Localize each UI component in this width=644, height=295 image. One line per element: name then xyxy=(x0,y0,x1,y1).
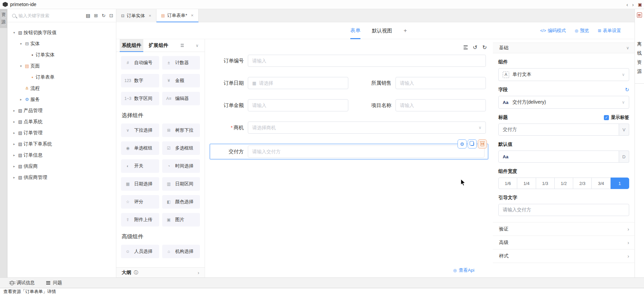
component-type-select[interactable]: A 单行文本 ∨ xyxy=(498,68,629,81)
component-tree-dropdown[interactable]: ⊞树形下拉 xyxy=(162,124,200,137)
opportunity-select[interactable]: ∨ xyxy=(248,122,486,134)
tab-form-view[interactable]: 表单 xyxy=(350,22,360,39)
component-amount[interactable]: ¥金额 xyxy=(162,74,200,87)
new-folder-icon[interactable]: ⊞ xyxy=(94,13,98,18)
component-auto-number[interactable]: #自动编号 xyxy=(121,56,159,70)
order-number-input[interactable] xyxy=(252,58,481,63)
field-settings-button[interactable]: ⚙ xyxy=(458,139,467,149)
expand-arrow-icon[interactable]: ▸ xyxy=(11,176,17,179)
tab-extension-components[interactable]: 扩展组件 xyxy=(147,39,170,52)
order-date-picker[interactable]: ▦ xyxy=(248,77,348,89)
tree-item-supplier-mgmt[interactable]: ▸▧供应商管理 xyxy=(7,172,116,183)
tree-item-module[interactable]: ▾▧按钮切换字段值 xyxy=(7,27,116,38)
expand-arrow-icon[interactable]: ▸ xyxy=(11,164,17,168)
component-counter[interactable]: ±计数器 xyxy=(162,56,200,70)
view-api-link[interactable]: ◎ 查看Api xyxy=(453,267,474,273)
component-date-picker[interactable]: ▦日期选择 xyxy=(121,177,159,191)
component-attachment-upload[interactable]: ⇧附件上传 xyxy=(121,213,159,226)
tab-system-components[interactable]: 系统组件 xyxy=(120,39,143,52)
import-template-icon[interactable]: ▤ xyxy=(86,13,90,18)
tab-default-view[interactable]: 默认视图 xyxy=(372,28,392,34)
sales-owner-input[interactable] xyxy=(400,80,481,86)
width-option-2-3[interactable]: 2/3 xyxy=(573,178,592,189)
width-option-1-4[interactable]: 1/4 xyxy=(517,178,536,189)
debug-info-button[interactable]: 调试信息 xyxy=(10,280,35,286)
expand-arrow-icon[interactable]: ▸ xyxy=(11,153,17,157)
duplicate-field-button[interactable] xyxy=(468,139,477,149)
collapse-panel-icon[interactable]: ⊡ xyxy=(109,13,113,18)
tree-item-order-entity[interactable]: ●订单实体 xyxy=(7,49,116,60)
field-delivery-selected[interactable]: 交付方 ⚙ xyxy=(210,144,488,159)
refresh-icon[interactable]: ↻ xyxy=(625,87,629,93)
field-binding-select[interactable]: Aa 交付方(delivery) ∨ xyxy=(498,96,629,109)
component-radio-group[interactable]: ◉单选框组 xyxy=(121,141,159,155)
tree-item-page-folder[interactable]: ▾▤页面 xyxy=(7,60,116,72)
delivery-input[interactable] xyxy=(252,149,480,154)
dynamic-suffix-button[interactable]: D xyxy=(619,151,629,163)
refresh-icon[interactable]: ↻ xyxy=(102,13,106,18)
tree-item-order-placing-system[interactable]: ▸▧订单下单系统 xyxy=(7,138,116,150)
default-value-input[interactable] xyxy=(513,154,615,159)
component-number-range[interactable]: 1~3数字区间 xyxy=(121,92,159,105)
width-option-1-2[interactable]: 1/2 xyxy=(555,178,573,189)
component-checkbox-group[interactable]: ☑多选框组 xyxy=(162,141,200,155)
undo-icon[interactable]: ↺ xyxy=(473,44,477,51)
show-label-checkbox[interactable]: ✓ xyxy=(604,115,609,120)
tree-item-product-mgmt[interactable]: ▸▧产品管理 xyxy=(7,105,116,116)
width-option-3-4[interactable]: 3/4 xyxy=(592,178,610,189)
form-settings-button[interactable]: ⊞表单设置 xyxy=(598,28,621,34)
expand-arrow-icon[interactable]: ▸ xyxy=(11,109,17,112)
code-mode-button[interactable]: </>编码模式 xyxy=(540,28,566,34)
width-option-1-6[interactable]: 1/6 xyxy=(498,178,517,189)
component-number[interactable]: 123数字 xyxy=(121,74,159,87)
width-option-full[interactable]: 1 xyxy=(611,178,629,189)
save-icon[interactable]: ▣ xyxy=(638,2,642,7)
tree-item-ordering-system[interactable]: ▸▧点单系统 xyxy=(7,116,116,127)
add-view-button[interactable]: + xyxy=(404,27,407,34)
tree-item-entity-folder[interactable]: ▾⊟实体 xyxy=(7,38,116,49)
tree-item-order-info[interactable]: ▸▧订单信息 xyxy=(7,150,116,161)
field-order-number[interactable]: 订单编号 xyxy=(205,55,493,67)
expand-arrow-icon[interactable]: ▾ xyxy=(18,42,24,46)
tree-item-service[interactable]: ▸⚙服务 xyxy=(7,94,116,105)
outline-icon[interactable] xyxy=(464,46,468,49)
component-org-picker[interactable]: ⌂机构选择 xyxy=(162,245,200,258)
close-icon[interactable]: × xyxy=(149,13,151,18)
nav-forward-icon[interactable]: › xyxy=(632,2,634,7)
nav-back-icon[interactable]: ‹ xyxy=(626,2,628,7)
resources-rail-tab[interactable]: 资 源 xyxy=(0,9,7,28)
redo-icon[interactable]: ↻ xyxy=(482,44,487,51)
component-rating[interactable]: ☆评分 xyxy=(121,195,159,209)
close-icon[interactable]: × xyxy=(191,13,194,18)
tree-item-order-mgmt[interactable]: ▸▧订单管理 xyxy=(7,127,116,138)
menu-icon[interactable] xyxy=(181,44,184,47)
section-style[interactable]: 样式› xyxy=(493,249,635,263)
expand-arrow-icon[interactable]: ▾ xyxy=(11,31,17,34)
component-color-picker[interactable]: ◧颜色选择 xyxy=(162,195,200,209)
order-amount-input[interactable] xyxy=(252,103,344,108)
component-switch[interactable]: ◐开关 xyxy=(121,159,159,173)
variable-suffix-button[interactable]: V xyxy=(619,124,629,136)
expand-arrow-icon[interactable]: ▾ xyxy=(18,64,24,68)
chevron-down-icon[interactable]: ∨ xyxy=(196,43,199,48)
tab-order-entity[interactable]: ⊟ 订单实体 × xyxy=(116,9,156,22)
expand-arrow-icon[interactable]: ▸ xyxy=(11,131,17,135)
component-person-picker[interactable]: ☺人员选择 xyxy=(121,245,159,258)
section-validation[interactable]: 验证› xyxy=(493,222,635,236)
problems-button[interactable]: 问题 xyxy=(46,280,62,286)
offline-resources-icon[interactable] xyxy=(637,12,642,18)
width-option-1-3[interactable]: 1/3 xyxy=(536,178,555,189)
component-dropdown[interactable]: ∨下拉选择 xyxy=(121,124,159,137)
expand-arrow-icon[interactable]: ▸ xyxy=(18,98,24,101)
component-editor[interactable]: A≡编辑器 xyxy=(162,92,200,105)
section-advanced[interactable]: 高级› xyxy=(493,236,635,249)
delete-field-button[interactable] xyxy=(478,139,487,149)
field-opportunity[interactable]: *商机 ∨ xyxy=(205,122,493,134)
component-image[interactable]: ▣图片 xyxy=(162,213,200,226)
tree-item-supplier[interactable]: ▸▧供应商 xyxy=(7,161,116,172)
outline-footer[interactable]: 大纲 ⓘ › xyxy=(116,267,205,277)
component-time-picker[interactable]: ◔时间选择 xyxy=(162,159,200,173)
tree-item-order-form[interactable]: ●订单表单 xyxy=(7,72,116,83)
search-input[interactable] xyxy=(19,13,69,18)
preview-button[interactable]: ◎预览 xyxy=(575,28,589,34)
